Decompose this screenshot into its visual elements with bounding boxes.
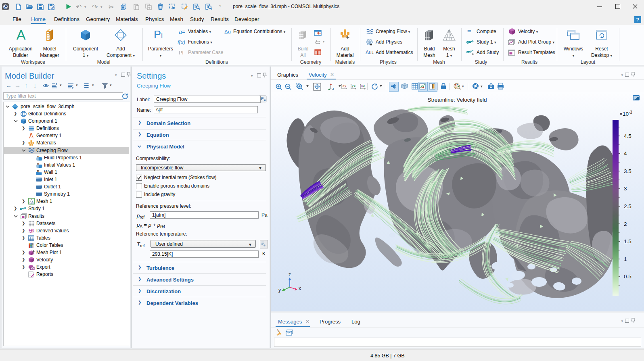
svg-text:Streamline: Velocity field: Streamline: Velocity field bbox=[427, 97, 487, 103]
svg-text:0.5: 0.5 bbox=[624, 273, 631, 280]
svg-text:3: 3 bbox=[624, 186, 627, 192]
svg-text:x: x bbox=[343, 84, 344, 88]
svg-text:z: z bbox=[363, 84, 365, 88]
svg-text:4.5: 4.5 bbox=[624, 133, 631, 139]
svg-text:e-12: e-12 bbox=[29, 231, 34, 234]
svg-text:z: z bbox=[289, 272, 291, 278]
svg-text:y: y bbox=[352, 84, 353, 88]
svg-text:y: y bbox=[278, 287, 281, 293]
svg-text:x: x bbox=[361, 84, 363, 88]
svg-text:2: 2 bbox=[624, 221, 627, 227]
svg-text:y: y bbox=[345, 84, 346, 88]
svg-text:3.5: 3.5 bbox=[624, 168, 631, 174]
svg-text:x: x bbox=[299, 286, 301, 291]
svg-text:1: 1 bbox=[624, 256, 627, 262]
svg-text:1.5: 1.5 bbox=[624, 238, 631, 244]
svg-text:2.5: 2.5 bbox=[624, 203, 631, 209]
svg-text:z: z bbox=[354, 84, 355, 88]
svg-text:A: A bbox=[31, 200, 33, 204]
svg-text:4: 4 bbox=[624, 150, 627, 157]
